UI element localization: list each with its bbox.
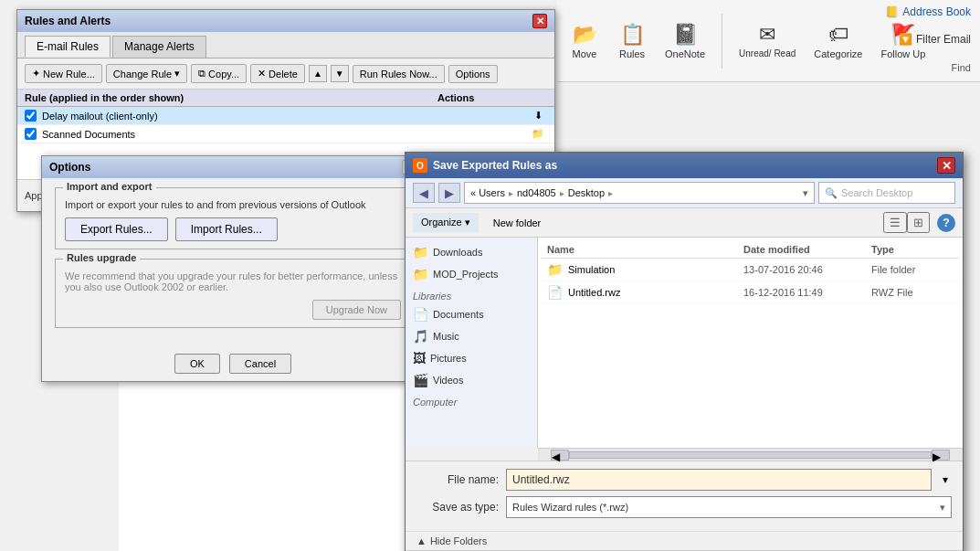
copy-icon: ⧉ [198,68,205,79]
horizontal-scrollbar[interactable]: ◀ ▶ [538,448,963,461]
savetype-select[interactable]: Rules Wizard rules (*.rwz) ▾ [506,496,952,518]
options-cancel-button[interactable]: Cancel [229,354,291,374]
libraries-section: Libraries [406,285,537,303]
save-content: Name Date modified Type 📁 Simulation 13-… [538,238,963,448]
new-icon: ✦ [32,68,40,79]
import-export-desc: Import or export your rules to and from … [65,199,401,210]
save-close-button[interactable]: ✕ [937,157,955,174]
rule-action-icon2: 📁 [529,128,547,140]
filter-icon: 🔽 [899,33,912,46]
onenote-icon: 📓 [673,23,698,47]
find-label: Find [952,62,971,73]
sidebar-item-pictures[interactable]: 🖼 Pictures [406,347,537,369]
delete-icon: ✕ [258,68,266,79]
path-desktop: Desktop [568,187,605,198]
table-row[interactable]: 📁 Simulation 13-07-2016 20:46 File folde… [542,259,959,281]
unread-button[interactable]: ✉ Unread/ Read [733,19,801,62]
upgrade-desc: We recommend that you upgrade your rules… [65,270,401,292]
save-nav-bar: ◀ ▶ « Users ▸ nd04805 ▸ Desktop ▸ ▾ 🔍 Se… [406,178,963,208]
import-export-label: Import and export [63,181,156,192]
view-list-button[interactable]: ☰ [883,212,907,233]
rules-alerts-titlebar: Rules and Alerts ✕ [17,10,554,32]
hide-folders-row[interactable]: ▲ Hide Folders [406,531,963,550]
search-placeholder: Search Desktop [841,187,912,198]
help-button[interactable]: ? [937,214,955,232]
options-button[interactable]: Options [448,65,498,83]
options-ok-button[interactable]: OK [174,354,220,374]
sidebar-item-music[interactable]: 🎵 Music [406,325,537,347]
run-rules-button[interactable]: Run Rules Now... [353,65,445,83]
rules-toolbar: ✦ New Rule... Change Rule ▾ ⧉ Copy... ✕ … [17,58,554,90]
folder-file-icon: 📁 [547,262,564,277]
forward-button[interactable]: ▶ [438,183,460,203]
sidebar-item-videos[interactable]: 🎬 Videos [406,369,537,391]
content-header: Name Date modified Type [542,241,959,259]
unread-icon: ✉ [759,23,775,47]
rules-button[interactable]: 📋 Rules [612,19,652,63]
rules-alerts-close-button[interactable]: ✕ [532,14,547,28]
rule-checkbox-1[interactable] [25,110,37,122]
save-fields: File name: Untitled.rwz ▾ Save as type: … [406,461,963,531]
computer-section: Computer [406,391,537,409]
change-rule-button[interactable]: Change Rule ▾ [106,64,187,83]
organize-button[interactable]: Organize ▾ [413,213,479,232]
path-dropdown-button[interactable]: ▾ [803,187,808,199]
import-export-buttons: Export Rules... Import Rules... [65,217,401,241]
savetype-label: Save as type: [416,501,499,514]
copy-button[interactable]: ⧉ Copy... [191,64,247,83]
export-rules-button[interactable]: Export Rules... [65,217,168,241]
onenote-button[interactable]: 📓 OneNote [659,19,711,63]
hide-folders-label: Hide Folders [430,535,487,546]
rules-icon: 📋 [620,23,645,47]
categorize-icon: 🏷 [828,23,848,47]
up-arrow-button[interactable]: ▲ [309,65,327,82]
new-folder-button[interactable]: New folder [486,215,549,231]
ribbon: 📂 Move 📋 Rules 📓 OneNote ✉ Unread/ Read … [557,0,980,82]
path-bar[interactable]: « Users ▸ nd04805 ▸ Desktop ▸ ▾ [464,182,815,204]
import-rules-button[interactable]: Import Rules... [175,217,278,241]
filename-input[interactable]: Untitled.rwz [506,469,932,491]
address-book-button[interactable]: 📒 Address Book [885,5,971,18]
tab-email-rules[interactable]: E-mail Rules [25,36,111,58]
save-titlebar: O Save Exported Rules as ✕ [406,153,963,178]
pictures-icon: 🖼 [413,351,426,366]
search-icon: 🔍 [825,187,838,199]
down-arrow-button[interactable]: ▼ [331,65,349,82]
rwz-file-icon: 📄 [547,285,564,300]
move-button[interactable]: 📂 Move [564,19,605,63]
music-icon: 🎵 [413,329,428,344]
outlook-icon: O [413,158,427,173]
table-row[interactable]: 📄 Untitled.rwz 16-12-2016 11:49 RWZ File [542,281,959,304]
new-rule-button[interactable]: ✦ New Rule... [25,64,102,83]
sidebar-item-downloads[interactable]: 📁 Downloads [406,241,537,263]
h-scroll-left[interactable]: ◀ [551,450,569,461]
sidebar-item-mod-projects[interactable]: 📁 MOD_Projects [406,263,537,285]
h-scroll-track[interactable] [569,451,932,459]
sidebar-item-documents[interactable]: 📄 Documents [406,303,537,325]
savetype-dropdown-icon[interactable]: ▾ [940,502,945,514]
options-dialog: Options ✕ Import and export Import or ex… [41,155,425,382]
view-details-button[interactable]: ⊞ [907,212,930,233]
rules-alerts-tabs: E-mail Rules Manage Alerts [17,32,554,58]
save-dialog: O Save Exported Rules as ✕ ◀ ▶ « Users ▸… [405,152,964,551]
path-arrow-1: ▸ [509,188,513,198]
filename-row: File name: Untitled.rwz ▾ [416,469,952,491]
table-row[interactable]: Scanned Documents 📁 [17,125,554,143]
search-bar[interactable]: 🔍 Search Desktop [818,182,955,204]
path-user: nd04805 [517,187,556,198]
path-arrow-2: ▸ [560,188,564,198]
back-button[interactable]: ◀ [413,183,435,203]
rule-checkbox-2[interactable] [25,128,37,140]
filename-dropdown-icon[interactable]: ▾ [939,473,952,486]
filter-email-button[interactable]: 🔽 Filter Email [899,33,971,46]
savetype-row: Save as type: Rules Wizard rules (*.rwz)… [416,496,952,518]
delete-button[interactable]: ✕ Delete [250,64,305,83]
folder-icon: 📁 [413,245,428,260]
h-scroll-right[interactable]: ▶ [932,450,950,461]
tab-manage-alerts[interactable]: Manage Alerts [112,36,206,58]
categorize-button[interactable]: 🏷 Categorize [808,19,868,63]
table-row[interactable]: Delay mailout (client-only) ⬇ [17,107,554,125]
view-icons: ☰ ⊞ [883,212,930,233]
upgrade-now-button[interactable]: Upgrade Now [312,300,401,320]
rules-table-header: Rule (applied in the order shown) Action… [17,90,554,107]
